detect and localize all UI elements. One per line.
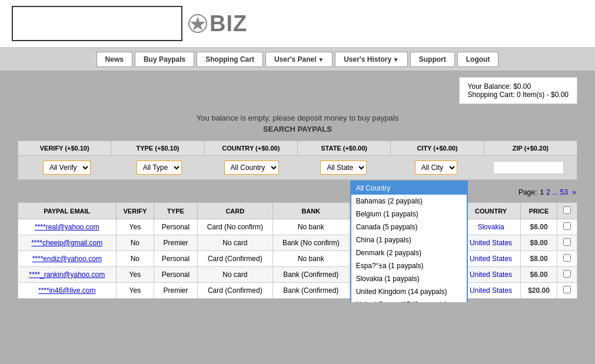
- country-link[interactable]: United States: [470, 271, 512, 279]
- dd-uk[interactable]: United Kingdom (14 paypals): [351, 285, 467, 298]
- cell-type: Personal: [154, 251, 197, 267]
- cell-card: Card (Confirmed): [197, 251, 272, 267]
- email-link[interactable]: ****real@yahoo.com: [35, 223, 99, 231]
- search-filters: VERIFY (+$0.10) TYPE (+$0.10) COUNTRY (+…: [18, 141, 577, 180]
- navigation: News Buy Paypals Shopping Cart User's Pa…: [0, 48, 595, 71]
- dd-canada[interactable]: Canada (5 paypals): [351, 221, 467, 233]
- next-pages[interactable]: 2 ... 53: [546, 188, 568, 196]
- balance-line1: Your Balance: $0.00: [468, 82, 569, 91]
- verify-filter-cell: All Verify: [21, 159, 113, 176]
- svg-marker-1: [190, 16, 205, 31]
- cell-email: ****endiz@yahoo.com: [18, 251, 117, 267]
- type-select[interactable]: All Type: [137, 161, 182, 175]
- cell-country: United States: [461, 283, 521, 299]
- cell-price: $6.00: [521, 219, 557, 235]
- nav-support[interactable]: Support: [410, 52, 455, 67]
- dd-slovakia[interactable]: Slovakia (1 paypals): [351, 272, 467, 285]
- site-logo: BIZ: [188, 11, 247, 36]
- page-label: Page:: [518, 188, 537, 196]
- deposit-message: You balance is empty, please deposit mon…: [0, 113, 595, 122]
- country-link[interactable]: Slovakia: [477, 223, 504, 231]
- results-table: PAYPAL EMAIL VERIFY TYPE CARD BANK BALAN…: [18, 202, 577, 299]
- cell-bank: Bank (No confirm): [272, 235, 349, 251]
- logo-text: BIZ: [210, 11, 247, 36]
- dd-bahamas[interactable]: Bahamas (2 paypals): [351, 195, 467, 208]
- dd-us[interactable]: United States (1543 paypals): [351, 298, 467, 302]
- header: BIZ: [0, 0, 595, 48]
- star-icon: [188, 14, 207, 33]
- nav-logout[interactable]: Logout: [457, 52, 499, 67]
- table-row: ****_rankin@yahoo.com Yes Personal No ca…: [18, 267, 577, 283]
- cell-card: No card: [197, 235, 272, 251]
- th-country: COUNTRY: [461, 203, 521, 219]
- cell-type: Premier: [154, 235, 197, 251]
- city-select[interactable]: All City: [415, 161, 457, 175]
- cell-type: Premier: [154, 283, 197, 299]
- cell-email: ****cheejp@gmail.com: [18, 235, 117, 251]
- table-header-row: PAYPAL EMAIL VERIFY TYPE CARD BANK BALAN…: [18, 203, 577, 219]
- cell-type: Personal: [154, 267, 197, 283]
- row-checkbox[interactable]: [563, 222, 571, 230]
- cell-bank: No bank: [272, 219, 349, 235]
- country-link[interactable]: United States: [470, 255, 512, 263]
- dd-all-country[interactable]: All Country: [351, 182, 467, 195]
- th-type: TYPE: [154, 203, 197, 219]
- row-checkbox[interactable]: [563, 270, 571, 278]
- country-link[interactable]: United States: [470, 286, 512, 295]
- filter-header-type: TYPE (+$0.10): [111, 141, 204, 156]
- country-select[interactable]: All Country: [224, 161, 279, 175]
- next-arrow[interactable]: »: [572, 188, 576, 196]
- country-link[interactable]: United States: [470, 239, 512, 247]
- verify-select[interactable]: All Verify: [43, 161, 91, 175]
- cell-verify: Yes: [116, 283, 154, 299]
- th-bank: BANK: [272, 203, 349, 219]
- balance-line2: Shopping Cart: 0 Item(s) - $0.00: [468, 91, 569, 99]
- info-bar: You balance is empty, please deposit mon…: [0, 110, 595, 135]
- cell-country: United States: [461, 235, 521, 251]
- nav-news[interactable]: News: [97, 52, 132, 67]
- select-all-checkbox[interactable]: [563, 206, 571, 214]
- row-checkbox[interactable]: [563, 286, 571, 293]
- email-link[interactable]: ****in46@live.com: [38, 286, 96, 295]
- cell-email: ****in46@live.com: [18, 283, 117, 299]
- dd-denmark[interactable]: Denmark (2 paypals): [351, 246, 467, 259]
- cell-checkbox: [557, 235, 577, 251]
- zip-input[interactable]: [493, 161, 564, 174]
- table-row: ****in46@live.com Yes Premier Card (Conf…: [18, 283, 577, 299]
- th-card: CARD: [197, 203, 272, 219]
- nav-users-panel[interactable]: User's Panel: [265, 52, 333, 67]
- cell-checkbox: [557, 283, 577, 299]
- filter-header-state: STATE (+$0.00): [298, 141, 391, 156]
- filter-row: All Verify All Type All Country All Coun…: [18, 156, 577, 179]
- state-filter-cell: All State: [297, 159, 390, 176]
- city-filter-cell: All City: [390, 159, 482, 176]
- cell-bank: Bank (Confirmed): [272, 267, 349, 283]
- pagination: Page: 1 2 ... 53 »: [0, 186, 595, 199]
- dd-china[interactable]: China (1 paypals): [351, 233, 467, 246]
- nav-buy-paypals[interactable]: Buy Paypals: [135, 52, 194, 67]
- cell-price: $6.00: [521, 267, 557, 283]
- cell-price: $20.00: [521, 283, 557, 299]
- dd-espana[interactable]: Espa?°±a (1 paypals): [351, 259, 467, 272]
- cell-email: ****real@yahoo.com: [18, 219, 117, 235]
- cell-verify: No: [116, 235, 154, 251]
- nav-shopping-cart[interactable]: Shopping Cart: [197, 52, 263, 67]
- row-checkbox[interactable]: [563, 238, 571, 246]
- email-link[interactable]: ****cheejp@gmail.com: [31, 239, 102, 247]
- th-select-all[interactable]: [557, 203, 577, 219]
- cell-checkbox: [557, 251, 577, 267]
- type-filter-cell: All Type: [113, 159, 205, 176]
- cell-bank: No bank: [272, 251, 349, 267]
- cell-verify: No: [116, 251, 154, 267]
- table-row: ****cheejp@gmail.com No Premier No card …: [18, 235, 577, 251]
- nav-users-history[interactable]: User's History: [335, 52, 408, 67]
- current-page: 1: [540, 188, 544, 196]
- cell-country: United States: [461, 267, 521, 283]
- cell-email: ****_rankin@yahoo.com: [18, 267, 117, 283]
- dd-belgium[interactable]: Belgium (1 paypals): [351, 208, 467, 221]
- email-link[interactable]: ****endiz@yahoo.com: [32, 255, 102, 263]
- cell-card: Card (No confirm): [197, 219, 272, 235]
- state-select[interactable]: All State: [320, 161, 367, 175]
- email-link[interactable]: ****_rankin@yahoo.com: [29, 271, 105, 279]
- row-checkbox[interactable]: [563, 254, 571, 262]
